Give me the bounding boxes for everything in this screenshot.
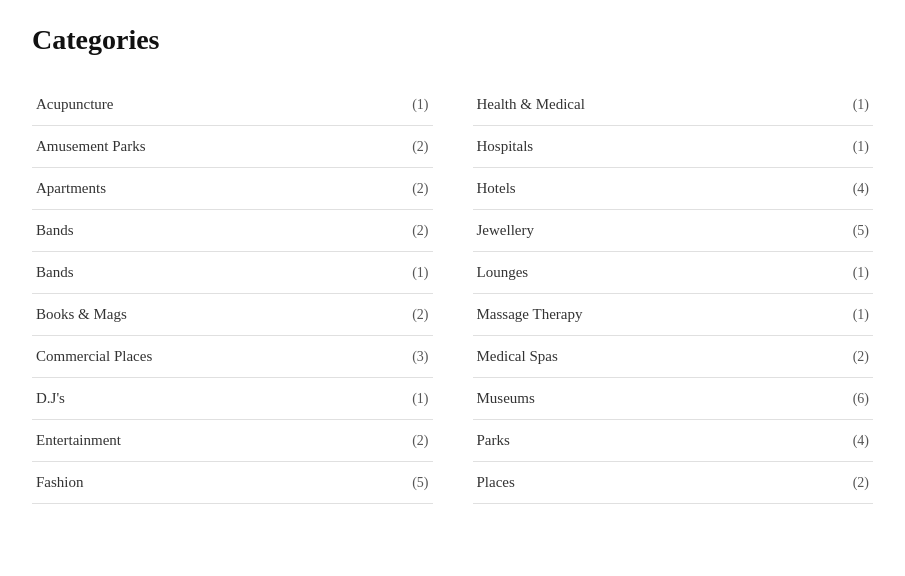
category-count: (2) [412, 433, 428, 449]
category-name: Entertainment [36, 432, 121, 449]
list-item[interactable]: Apartments(2) [32, 168, 433, 210]
category-count: (1) [412, 97, 428, 113]
category-count: (1) [853, 97, 869, 113]
category-name: Lounges [477, 264, 529, 281]
category-name: Health & Medical [477, 96, 585, 113]
category-count: (6) [853, 391, 869, 407]
category-name: Fashion [36, 474, 84, 491]
category-count: (2) [412, 181, 428, 197]
category-name: Jewellery [477, 222, 534, 239]
category-name: Bands [36, 222, 74, 239]
category-count: (2) [412, 223, 428, 239]
list-item[interactable]: Fashion(5) [32, 462, 433, 504]
category-name: Books & Mags [36, 306, 127, 323]
list-item[interactable]: Hospitals(1) [473, 126, 874, 168]
category-count: (3) [412, 349, 428, 365]
page-title: Categories [32, 24, 873, 56]
list-item[interactable]: Places(2) [473, 462, 874, 504]
list-item[interactable]: Museums(6) [473, 378, 874, 420]
category-count: (1) [412, 391, 428, 407]
category-name: Places [477, 474, 515, 491]
category-name: Museums [477, 390, 535, 407]
category-name: Bands [36, 264, 74, 281]
list-item[interactable]: Parks(4) [473, 420, 874, 462]
category-count: (2) [853, 475, 869, 491]
list-item[interactable]: Massage Therapy(1) [473, 294, 874, 336]
list-item[interactable]: Commercial Places(3) [32, 336, 433, 378]
list-item[interactable]: Bands(1) [32, 252, 433, 294]
category-name: Massage Therapy [477, 306, 583, 323]
category-name: D.J's [36, 390, 65, 407]
categories-grid: Acupuncture(1)Amusement Parks(2)Apartmen… [32, 84, 873, 504]
category-name: Apartments [36, 180, 106, 197]
right-column: Health & Medical(1)Hospitals(1)Hotels(4)… [473, 84, 874, 504]
list-item[interactable]: Health & Medical(1) [473, 84, 874, 126]
list-item[interactable]: Lounges(1) [473, 252, 874, 294]
list-item[interactable]: D.J's(1) [32, 378, 433, 420]
list-item[interactable]: Hotels(4) [473, 168, 874, 210]
category-name: Hotels [477, 180, 516, 197]
list-item[interactable]: Bands(2) [32, 210, 433, 252]
category-name: Medical Spas [477, 348, 558, 365]
list-item[interactable]: Jewellery(5) [473, 210, 874, 252]
category-name: Acupuncture [36, 96, 113, 113]
category-count: (4) [853, 433, 869, 449]
list-item[interactable]: Amusement Parks(2) [32, 126, 433, 168]
category-count: (4) [853, 181, 869, 197]
category-count: (1) [853, 265, 869, 281]
list-item[interactable]: Acupuncture(1) [32, 84, 433, 126]
category-count: (5) [412, 475, 428, 491]
category-name: Parks [477, 432, 510, 449]
category-count: (2) [412, 307, 428, 323]
list-item[interactable]: Books & Mags(2) [32, 294, 433, 336]
category-name: Amusement Parks [36, 138, 146, 155]
list-item[interactable]: Entertainment(2) [32, 420, 433, 462]
category-count: (5) [853, 223, 869, 239]
category-count: (2) [412, 139, 428, 155]
category-count: (1) [853, 139, 869, 155]
category-count: (1) [853, 307, 869, 323]
category-name: Commercial Places [36, 348, 152, 365]
category-count: (1) [412, 265, 428, 281]
category-name: Hospitals [477, 138, 534, 155]
left-column: Acupuncture(1)Amusement Parks(2)Apartmen… [32, 84, 433, 504]
category-count: (2) [853, 349, 869, 365]
list-item[interactable]: Medical Spas(2) [473, 336, 874, 378]
